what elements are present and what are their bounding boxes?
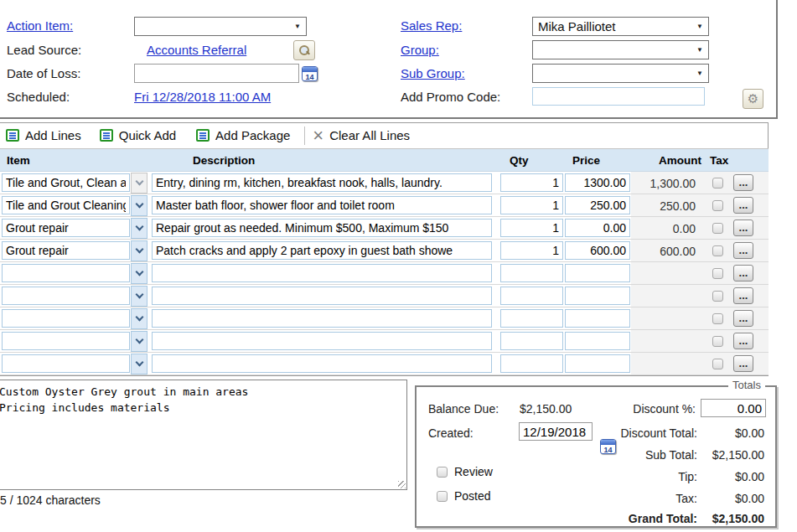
price-input[interactable] bbox=[565, 219, 630, 237]
review-checkbox[interactable] bbox=[437, 467, 448, 478]
char-count: 5 / 1024 characters bbox=[0, 493, 101, 507]
price-input[interactable] bbox=[565, 287, 630, 305]
chevron-down-icon[interactable] bbox=[131, 240, 147, 261]
quick-add-button[interactable]: Quick Add bbox=[100, 128, 176, 142]
description-input[interactable] bbox=[152, 219, 492, 237]
discount-total-value: $0.00 bbox=[697, 426, 764, 440]
item-input[interactable] bbox=[2, 173, 130, 192]
description-input[interactable] bbox=[152, 309, 492, 328]
posted-checkbox[interactable] bbox=[437, 491, 448, 502]
price-input[interactable] bbox=[565, 309, 630, 328]
chevron-down-icon: ▼ bbox=[294, 23, 301, 30]
row-options-button[interactable]: ... bbox=[733, 242, 753, 259]
qty-input[interactable] bbox=[500, 309, 563, 328]
scheduled-value-link[interactable]: Fri 12/28/2018 11:00 AM bbox=[134, 90, 271, 104]
promo-settings-button[interactable]: ⚙ bbox=[743, 89, 763, 109]
description-input[interactable] bbox=[152, 264, 492, 282]
clear-all-lines-button[interactable]: × Clear All Lines bbox=[313, 128, 410, 142]
item-input[interactable] bbox=[2, 287, 130, 305]
add-lines-button[interactable]: Add Lines bbox=[6, 128, 81, 142]
description-input[interactable] bbox=[152, 241, 492, 260]
qty-input[interactable] bbox=[500, 241, 563, 260]
item-input[interactable] bbox=[2, 354, 130, 373]
promo-code-input[interactable] bbox=[532, 87, 705, 106]
qty-input[interactable] bbox=[500, 264, 563, 282]
price-input[interactable] bbox=[565, 264, 630, 282]
created-label: Created: bbox=[428, 426, 474, 440]
row-options-button[interactable]: ... bbox=[733, 355, 753, 372]
description-input[interactable] bbox=[152, 332, 492, 350]
group-link[interactable]: Group: bbox=[401, 43, 439, 57]
price-input[interactable] bbox=[565, 332, 630, 350]
sub-group-select[interactable]: ▼ bbox=[532, 64, 709, 83]
item-input[interactable] bbox=[2, 241, 130, 260]
description-input[interactable] bbox=[152, 173, 492, 192]
item-input[interactable] bbox=[2, 309, 130, 328]
qty-input[interactable] bbox=[500, 287, 563, 305]
tax-checkbox[interactable] bbox=[712, 178, 723, 189]
sales-rep-select[interactable]: Mika Pailliotet ▼ bbox=[532, 17, 709, 36]
discount-pct-input[interactable] bbox=[701, 399, 766, 417]
item-input[interactable] bbox=[2, 264, 130, 282]
row-options-button[interactable]: ... bbox=[733, 174, 753, 191]
chevron-down-icon[interactable] bbox=[131, 195, 147, 216]
chevron-down-icon[interactable] bbox=[131, 308, 147, 329]
tax-checkbox[interactable] bbox=[712, 336, 723, 347]
action-item-select[interactable]: ▼ bbox=[134, 17, 307, 36]
description-input[interactable] bbox=[152, 354, 492, 373]
row-options-button[interactable]: ... bbox=[733, 287, 753, 304]
qty-input[interactable] bbox=[500, 332, 563, 350]
tax-row: Tax: $0.00 bbox=[530, 492, 764, 505]
row-options-button[interactable]: ... bbox=[733, 265, 753, 281]
review-checkbox-row: Review bbox=[437, 465, 493, 478]
chevron-down-icon[interactable] bbox=[131, 173, 147, 194]
tax-checkbox[interactable] bbox=[712, 313, 723, 324]
chevron-down-icon[interactable] bbox=[131, 331, 147, 352]
chevron-down-icon[interactable] bbox=[131, 263, 147, 284]
chevron-down-icon[interactable] bbox=[131, 286, 147, 307]
price-input[interactable] bbox=[565, 354, 630, 373]
description-input[interactable] bbox=[152, 287, 492, 305]
table-row: ... bbox=[0, 330, 769, 353]
chevron-down-icon[interactable] bbox=[131, 218, 147, 239]
add-package-button[interactable]: Add Package bbox=[196, 128, 290, 142]
col-description: Description bbox=[193, 154, 255, 167]
chevron-down-icon: ▼ bbox=[696, 70, 703, 77]
row-options-button[interactable]: ... bbox=[733, 333, 753, 349]
price-input[interactable] bbox=[565, 173, 630, 192]
tax-checkbox[interactable] bbox=[712, 291, 723, 302]
sub-group-link[interactable]: Sub Group: bbox=[401, 66, 465, 80]
description-input[interactable] bbox=[152, 196, 492, 214]
row-options-button[interactable]: ... bbox=[733, 220, 753, 236]
item-input[interactable] bbox=[2, 219, 130, 237]
item-input[interactable] bbox=[2, 332, 130, 350]
qty-input[interactable] bbox=[500, 173, 563, 192]
tax-checkbox[interactable] bbox=[712, 200, 723, 211]
price-input[interactable] bbox=[565, 241, 630, 260]
grand-total-value: $2,150.00 bbox=[697, 512, 764, 525]
date-of-loss-input[interactable] bbox=[134, 64, 299, 83]
row-options-button[interactable]: ... bbox=[733, 197, 753, 214]
tax-checkbox[interactable] bbox=[712, 245, 723, 256]
resize-handle[interactable] bbox=[398, 481, 406, 488]
item-input[interactable] bbox=[2, 196, 130, 214]
tax-checkbox[interactable] bbox=[712, 359, 723, 369]
tax-checkbox[interactable] bbox=[712, 223, 723, 234]
lead-source-search-button[interactable] bbox=[293, 40, 315, 60]
qty-input[interactable] bbox=[500, 354, 563, 373]
tax-checkbox[interactable] bbox=[712, 268, 723, 279]
group-select[interactable]: ▼ bbox=[532, 40, 709, 59]
notes-textarea[interactable]: Custom Oyster Grey grout in main areas P… bbox=[0, 380, 407, 490]
action-item-link[interactable]: Action Item: bbox=[7, 18, 73, 33]
chevron-down-icon[interactable] bbox=[131, 354, 147, 374]
amount-value: 0.00 bbox=[631, 222, 696, 235]
sales-rep-link[interactable]: Sales Rep: bbox=[401, 18, 462, 33]
row-options-button[interactable]: ... bbox=[733, 310, 753, 327]
date-of-loss-label: Date of Loss: bbox=[7, 66, 80, 80]
qty-input[interactable] bbox=[500, 219, 563, 237]
calendar-icon[interactable]: 14 bbox=[302, 66, 318, 81]
price-input[interactable] bbox=[565, 196, 630, 214]
lead-source-value-link[interactable]: Accounts Referral bbox=[147, 43, 246, 57]
qty-input[interactable] bbox=[500, 196, 563, 214]
toolbar-separator bbox=[304, 127, 305, 145]
